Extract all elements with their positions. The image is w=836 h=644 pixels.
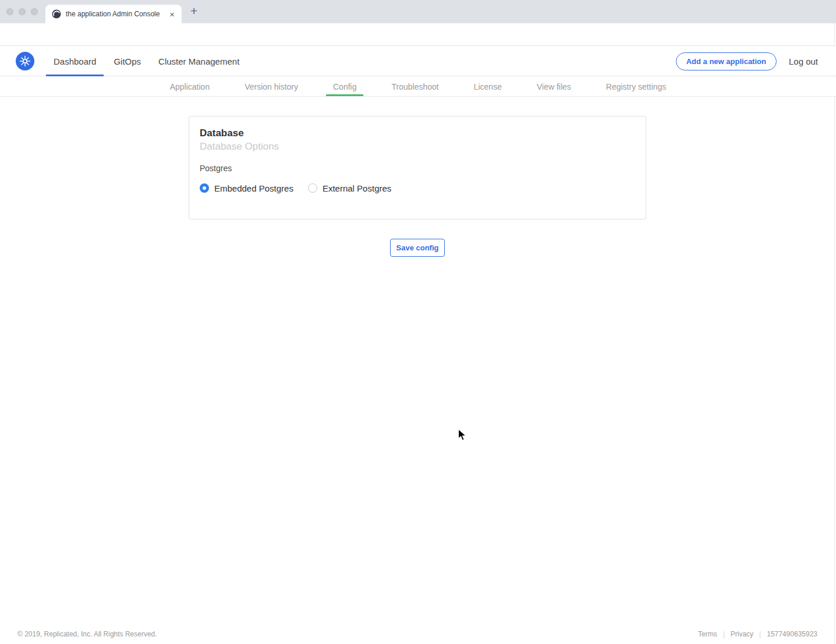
nav-item-cluster-management[interactable]: Cluster Management — [151, 47, 247, 76]
app-subnav: Application Version history Config Troub… — [0, 77, 836, 97]
card-title: Database — [200, 128, 635, 139]
card-subtitle: Database Options — [200, 141, 635, 153]
logout-button[interactable]: Log out — [789, 56, 818, 66]
tab-label: Config — [333, 82, 356, 91]
radio-unselected-icon[interactable] — [308, 183, 317, 193]
tab-label: License — [474, 82, 502, 91]
window-close-button[interactable] — [6, 8, 13, 15]
radio-label: External Postgres — [323, 183, 391, 193]
tab-label: Application — [170, 82, 210, 91]
tab-label: Registry settings — [606, 82, 666, 91]
terms-link[interactable]: Terms — [698, 630, 717, 638]
nav-item-dashboard[interactable]: Dashboard — [46, 47, 104, 76]
window-minimize-button[interactable] — [19, 8, 26, 15]
tab-config[interactable]: Config — [326, 77, 363, 96]
browser-tab[interactable]: the application Admin Console × — [45, 5, 182, 23]
radio-label: Embedded Postgres — [214, 183, 293, 193]
footer-divider: | — [759, 630, 761, 638]
favicon-icon — [52, 9, 61, 19]
main-nav: Dashboard GitOps Cluster Management — [46, 47, 249, 76]
mouse-cursor-icon — [458, 429, 468, 445]
footer-links: Terms | Privacy | 1577490635923 — [698, 630, 817, 638]
tab-troubleshoot[interactable]: Troubleshoot — [384, 77, 445, 96]
build-id: 1577490635923 — [767, 630, 817, 638]
page-footer: © 2019, Replicated, Inc. All Rights Rese… — [17, 630, 817, 638]
radio-selected-icon[interactable] — [200, 183, 209, 193]
radio-external-postgres[interactable]: External Postgres — [308, 183, 391, 193]
new-tab-button[interactable]: + — [190, 4, 197, 18]
database-config-card: Database Database Options Postgres Embed… — [189, 116, 646, 220]
nav-item-label: Dashboard — [54, 56, 96, 66]
tab-label: View files — [537, 82, 571, 91]
tab-version-history[interactable]: Version history — [238, 77, 305, 96]
tab-registry-settings[interactable]: Registry settings — [599, 77, 673, 96]
tab-label: Troubleshoot — [391, 82, 438, 91]
tab-label: Version history — [245, 82, 298, 91]
tab-close-icon[interactable]: × — [168, 10, 176, 19]
postgres-radio-group: Embedded Postgres External Postgres — [200, 183, 635, 193]
window-controls — [6, 8, 38, 15]
add-application-button[interactable]: Add a new application — [676, 52, 777, 70]
app-header: Dashboard GitOps Cluster Management Add … — [0, 47, 836, 76]
nav-item-label: Cluster Management — [158, 56, 239, 66]
header-right: Add a new application Log out — [676, 52, 836, 70]
copyright-text: © 2019, Replicated, Inc. All Rights Rese… — [17, 630, 157, 638]
window-maximize-button[interactable] — [31, 8, 38, 15]
radio-embedded-postgres[interactable]: Embedded Postgres — [200, 183, 293, 193]
kubernetes-logo-icon[interactable] — [16, 52, 34, 70]
browser-toolbar: localhost:8000/app/sentry-demo-4/config … — [0, 23, 836, 46]
tab-title: the application Admin Console — [66, 10, 168, 18]
nav-item-label: GitOps — [114, 56, 141, 66]
footer-divider: | — [723, 630, 725, 638]
tab-license[interactable]: License — [467, 77, 509, 96]
privacy-link[interactable]: Privacy — [731, 630, 753, 638]
tab-view-files[interactable]: View files — [530, 77, 578, 96]
save-config-button[interactable]: Save config — [390, 239, 445, 257]
postgres-group-label: Postgres — [200, 164, 635, 173]
nav-item-gitops[interactable]: GitOps — [106, 47, 148, 76]
browser-tab-strip: the application Admin Console × + — [0, 0, 836, 23]
tab-application[interactable]: Application — [163, 77, 217, 96]
